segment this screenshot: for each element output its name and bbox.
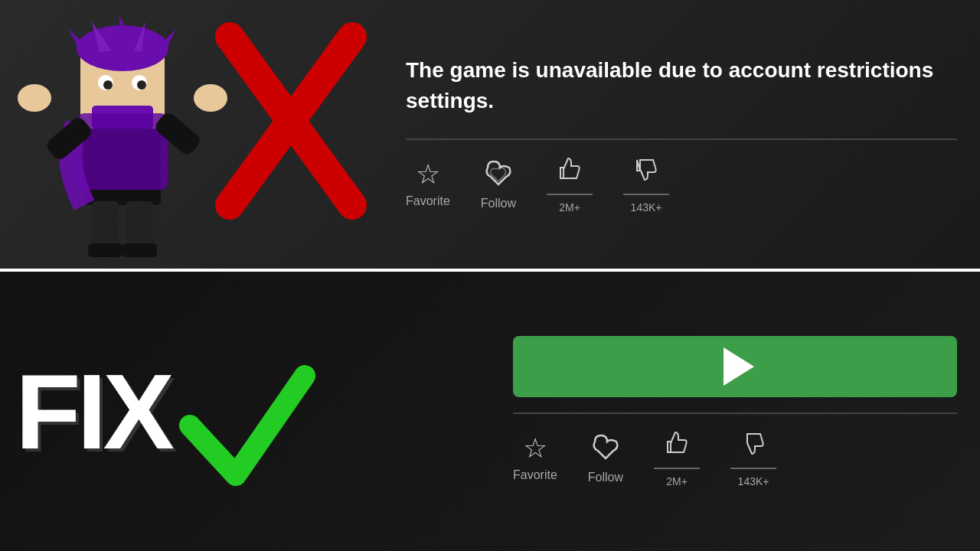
bottom-thumbs-down-icon (740, 429, 767, 461)
svg-point-11 (137, 80, 146, 90)
fix-area: FIX (0, 272, 490, 551)
bottom-like-count: 2M+ (666, 475, 688, 487)
follow-label: Follow (481, 197, 516, 210)
favorite-label: Favorite (406, 194, 450, 208)
bottom-like-stat-line (654, 468, 700, 469)
bottom-info-area: ☆ Favorite Follow (490, 272, 980, 551)
action-buttons: ☆ Favorite Follow (406, 155, 957, 214)
follow-icon (485, 158, 512, 191)
like-button[interactable]: 2M+ (547, 155, 593, 214)
bottom-follow-label: Follow (588, 471, 623, 484)
play-button[interactable] (513, 336, 957, 397)
bottom-favorite-button[interactable]: ☆ Favorite (513, 435, 557, 482)
bottom-star-icon: ☆ (523, 435, 547, 462)
dislike-button[interactable]: 143K+ (623, 155, 669, 214)
dislike-stat-line (623, 194, 669, 195)
fix-text-group: FIX (15, 318, 316, 505)
divider (406, 139, 957, 140)
bottom-action-buttons: ☆ Favorite Follow (513, 429, 957, 487)
red-x-icon (214, 21, 368, 220)
bottom-divider (513, 412, 957, 414)
bottom-follow-button[interactable]: Follow (588, 432, 623, 484)
error-message: The game is unavailable due to account r… (406, 55, 957, 115)
bottom-like-button[interactable]: 2M+ (654, 429, 700, 487)
bottom-thumbs-up-icon (663, 429, 691, 461)
bottom-favorite-label: Favorite (513, 468, 557, 482)
bottom-dislike-button[interactable]: 143K+ (730, 429, 776, 487)
play-icon (724, 347, 754, 386)
bottom-follow-icon (592, 432, 619, 465)
svg-point-16 (18, 84, 51, 112)
top-info-area: The game is unavailable due to account r… (383, 0, 980, 270)
roblox-character (15, 6, 230, 259)
follow-button[interactable]: Follow (481, 158, 516, 210)
svg-rect-21 (122, 243, 157, 257)
svg-rect-13 (77, 113, 168, 190)
bottom-dislike-count: 143K+ (738, 475, 769, 487)
green-checkmark-icon (178, 349, 316, 505)
star-icon: ☆ (416, 161, 440, 188)
thumbs-down-icon (632, 155, 660, 187)
svg-rect-20 (88, 243, 122, 257)
top-panel: The game is unavailable due to account r… (0, 0, 980, 272)
dislike-count: 143K+ (631, 201, 662, 214)
favorite-button[interactable]: ☆ Favorite (406, 161, 450, 208)
thumbs-up-icon (556, 155, 583, 187)
character-area (0, 0, 383, 270)
bottom-dislike-stat-line (730, 468, 776, 469)
like-count: 2M+ (559, 201, 580, 214)
play-button-container (513, 336, 957, 397)
bottom-panel: FIX ☆ Favorite (0, 272, 980, 551)
fix-label: FIX (15, 358, 171, 465)
svg-point-10 (103, 80, 113, 90)
like-stat-line (547, 194, 593, 195)
